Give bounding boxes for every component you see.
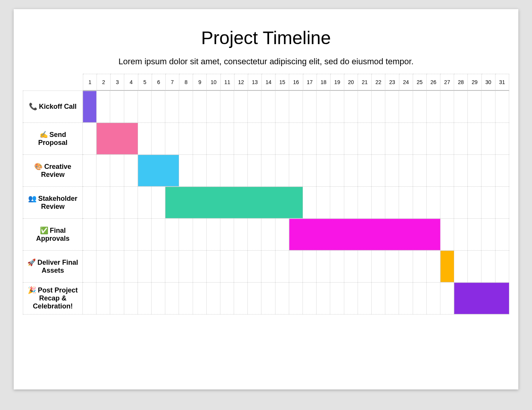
gantt-cell [110,155,124,186]
gantt-cell [234,123,248,154]
gantt-cell [276,251,289,282]
gantt-cell [193,123,207,154]
gantt-cell [165,283,179,314]
gantt-bottom-border [23,314,509,315]
gantt-cell [468,155,481,186]
gantt-row-grid [83,283,509,314]
gantt-cell [468,187,481,218]
gantt-cell [124,251,138,282]
gantt-cell [385,251,399,282]
gantt-cell [83,251,97,282]
gantt-row-label: ✅Final Approvals [23,218,83,250]
gantt-cell [303,123,317,154]
gantt-cell [110,219,124,250]
gantt-cell [399,187,413,218]
slide-title: Project Timeline [14,27,518,48]
gantt-cell [372,251,385,282]
gantt-cell [427,251,440,282]
gantt-header-spacer [23,74,83,91]
gantt-cell [110,251,124,282]
gantt-cell [317,187,330,218]
gantt-day-header-cell: 20 [344,74,358,91]
gantt-cell [454,187,468,218]
gantt-cell [179,91,193,122]
gantt-bar[interactable] [440,251,454,282]
gantt-cell [193,219,207,250]
gantt-cell [303,251,317,282]
gantt-cell [358,283,372,314]
gantt-cell [344,123,358,154]
gantt-cell [481,219,495,250]
gantt-bar[interactable] [83,91,97,122]
gantt-cell [124,187,138,218]
gantt-cell [372,91,385,122]
gantt-cell [83,123,97,154]
gantt-cell [179,251,193,282]
gantt-cell [220,155,234,186]
gantt-row-body [83,250,509,282]
gantt-cell [413,251,427,282]
gantt-cell [481,155,495,186]
gantt-day-header-cell: 15 [276,74,289,91]
gantt-cell [330,123,344,154]
gantt-bar[interactable] [138,155,179,186]
gantt-cell [97,155,110,186]
gantt-bar[interactable] [289,219,440,250]
gantt-cell [83,187,97,218]
gantt-cell [468,219,481,250]
gantt-row-label: 🚀Deliver Final Assets [23,250,83,282]
gantt-cell [481,187,495,218]
gantt-cell [234,155,248,186]
gantt-cell [454,155,468,186]
gantt-cell [165,219,179,250]
gantt-cell [358,123,372,154]
gantt-cell [481,123,495,154]
gantt-cell [220,283,234,314]
gantt-cell [248,251,261,282]
gantt-cell [413,187,427,218]
gantt-cell [454,219,468,250]
slide-canvas: Project Timeline Lorem ipsum dolor sit a… [14,9,518,389]
gantt-row: 🎉Post Project Recap & Celebration! [23,282,509,314]
gantt-day-header-cell: 18 [317,74,331,91]
gantt-row-label: ✍️Send Proposal [23,122,83,154]
gantt-cell [385,123,399,154]
gantt-cell [261,123,275,154]
gantt-cell [248,123,261,154]
gantt-cell [193,91,207,122]
gantt-cell [413,123,427,154]
gantt-day-header-cell: 28 [454,74,468,91]
gantt-bar[interactable] [165,187,303,218]
gantt-cell [330,283,344,314]
gantt-cell [193,251,207,282]
gantt-row-label: 🎨Creative Review [23,154,83,186]
gantt-bar[interactable] [454,283,509,314]
gantt-bar[interactable] [97,123,138,154]
gantt-cell [138,219,152,250]
gantt-cell [440,283,454,314]
gantt-day-header-cell: 31 [496,74,509,91]
gantt-cell [152,283,165,314]
gantt-day-header-cell: 5 [138,74,152,91]
gantt-cell [317,123,330,154]
gantt-cell [496,155,509,186]
gantt-row-body [83,91,509,122]
gantt-cell [303,91,317,122]
gantt-cell [399,91,413,122]
gantt-row: 📞Kickoff Call [23,91,509,122]
gantt-cell [261,91,275,122]
gantt-cell [207,219,220,250]
gantt-cell [358,91,372,122]
gantt-cell [234,283,248,314]
gantt-cell [179,155,193,186]
gantt-cell [261,283,275,314]
gantt-cell [97,283,110,314]
gantt-cell [83,219,97,250]
gantt-cell [234,219,248,250]
gantt-cell [399,251,413,282]
gantt-cell [496,91,509,122]
gantt-cell [344,91,358,122]
gantt-cell [440,187,454,218]
gantt-day-header-cell: 16 [289,74,303,91]
gantt-day-header: 1234567891011121314151617181920212223242… [83,74,509,91]
